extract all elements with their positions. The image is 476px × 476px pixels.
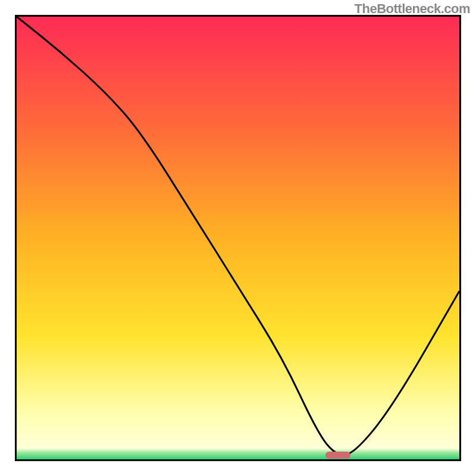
chart-curve [17, 17, 459, 459]
optimal-marker [325, 452, 350, 459]
plot-area [15, 15, 461, 461]
